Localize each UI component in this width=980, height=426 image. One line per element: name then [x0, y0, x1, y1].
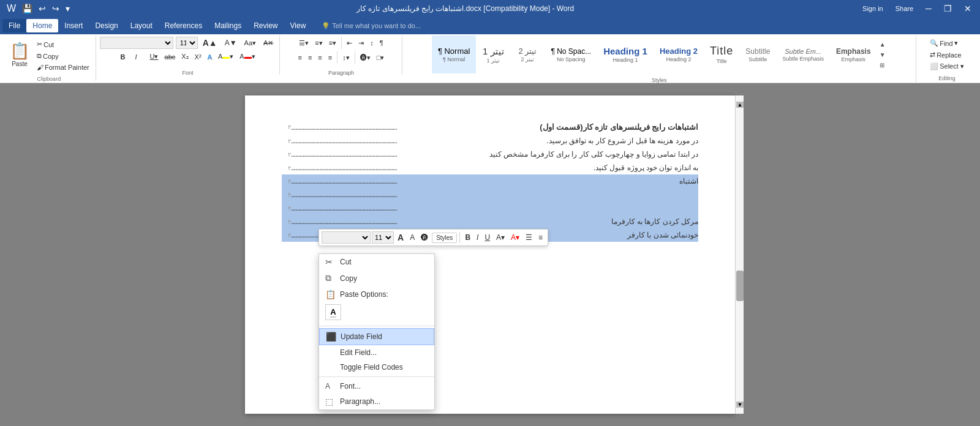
font-size-select[interactable]: 11 — [176, 37, 198, 49]
align-left-button[interactable]: ≡ — [296, 53, 304, 62]
increase-indent-button[interactable]: ⇥ — [356, 38, 366, 48]
cut-button[interactable]: ✂ Cut — [34, 39, 92, 50]
mini-shrink-font[interactable]: A — [407, 232, 417, 243]
paste-ctx-icon: 📋 — [325, 290, 335, 299]
redo-btn[interactable]: ↪ — [50, 2, 61, 15]
text-effects-button[interactable]: A — [205, 52, 214, 62]
style-tit1[interactable]: تیتر 1 تیتر 1 — [476, 36, 510, 73]
scroll-thumb[interactable] — [736, 271, 744, 301]
mini-bullets[interactable]: ☰ — [523, 232, 535, 243]
menu-design[interactable]: Design — [89, 19, 124, 32]
mini-italic[interactable]: I — [474, 232, 481, 243]
menu-review[interactable]: Review — [247, 19, 284, 32]
style-normal[interactable]: ¶ Normal ¶ Normal — [432, 36, 477, 73]
style-tit1-label: تیتر 1 — [487, 58, 500, 64]
ctx-cut[interactable]: ✂ Cut — [319, 254, 434, 270]
ctx-toggle-codes[interactable]: Toggle Field Codes — [319, 360, 434, 375]
superscript-button[interactable]: X² — [192, 52, 204, 62]
select-icon: ⬜ — [930, 62, 938, 70]
find-button[interactable]: 🔍 Find ▾ — [927, 38, 967, 48]
mini-grow-font[interactable]: A — [395, 231, 406, 244]
center-button[interactable]: ≡ — [306, 53, 314, 62]
mini-styles[interactable]: Styles — [432, 233, 457, 243]
mini-clear-format[interactable]: 🅐 — [418, 232, 431, 243]
style-subtitle[interactable]: Subtitle Subtitle — [739, 36, 776, 73]
clipboard-label: Clipboard — [2, 76, 96, 82]
style-nospace[interactable]: ¶ No Spac... No Spacing — [545, 36, 597, 73]
scroll-down-arrow[interactable]: ▼ — [736, 402, 744, 408]
gallery-scroll-down[interactable]: ▼ — [878, 50, 887, 59]
style-emphasis[interactable]: Emphasis Emphasis — [830, 36, 877, 73]
style-title[interactable]: Title Title — [704, 36, 739, 73]
clear-format-button[interactable]: A✕ — [261, 38, 276, 48]
grow-font-button[interactable]: A▲ — [200, 37, 220, 49]
style-subtle-em[interactable]: Subtle Em... Subtle Emphasis — [776, 36, 830, 73]
mini-size-select[interactable]: 11 — [372, 231, 394, 244]
strikethrough-button[interactable]: abc — [162, 52, 178, 62]
style-heading1[interactable]: Heading 1 Heading 1 — [597, 36, 654, 73]
mini-bold[interactable]: B — [462, 232, 473, 243]
ctx-font[interactable]: A Font... — [319, 379, 434, 394]
menu-home[interactable]: Home — [26, 19, 58, 32]
style-tit2[interactable]: تیتر 2 تیتر 2 — [510, 36, 545, 73]
signin-btn[interactable]: Sign in — [859, 4, 887, 13]
mini-font-color[interactable]: A▾ — [508, 232, 522, 243]
menu-layout[interactable]: Layout — [124, 19, 159, 32]
style-heading1-preview: Heading 1 — [603, 46, 647, 56]
justify-button[interactable]: ≡ — [326, 53, 334, 62]
font-color-button[interactable]: A▾ — [237, 51, 257, 62]
minimize-btn[interactable]: ─ — [922, 2, 935, 15]
undo-btn[interactable]: ↩ — [37, 2, 48, 15]
tell-me-input[interactable]: 💡 Tell me what you want to do... — [322, 22, 421, 30]
paste-button[interactable]: 📋 Paste — [6, 40, 33, 69]
sort-button[interactable]: ↕ — [368, 38, 376, 48]
format-painter-icon: 🖌 — [37, 64, 43, 71]
gallery-scroll-up[interactable]: ▲ — [878, 40, 887, 49]
highlight-button[interactable]: A▾ — [216, 51, 236, 62]
align-right-button[interactable]: ≡ — [315, 53, 324, 62]
scroll-up-arrow[interactable]: ▲ — [736, 102, 744, 108]
change-case-button[interactable]: Aa▾ — [242, 38, 258, 48]
copy-button[interactable]: ⧉ Copy — [34, 51, 92, 61]
bold-button[interactable]: B — [118, 52, 132, 62]
replace-button[interactable]: ⇄ Replace — [927, 50, 967, 60]
decrease-indent-button[interactable]: ⇤ — [344, 38, 355, 48]
ctx-update-field[interactable]: ⬛ Update Field — [319, 328, 434, 345]
show-hide-button[interactable]: ¶ — [377, 38, 386, 48]
share-btn[interactable]: Share — [892, 4, 917, 13]
shrink-font-button[interactable]: A▼ — [222, 37, 239, 48]
menu-references[interactable]: References — [159, 19, 208, 32]
underline-button[interactable]: U▾ — [148, 51, 161, 62]
mini-font-select[interactable] — [322, 231, 371, 244]
style-heading2[interactable]: Heading 2 Heading 2 — [654, 36, 704, 73]
ctx-paragraph[interactable]: ⬚ Paragraph... — [319, 394, 434, 409]
ctx-edit-field[interactable]: Edit Field... — [319, 345, 434, 360]
bullets-button[interactable]: ☰▾ — [296, 38, 311, 48]
mini-numbering[interactable]: ≡ — [536, 232, 545, 243]
line-spacing-button[interactable]: ↕▾ — [340, 53, 352, 63]
menu-file[interactable]: File — [2, 19, 26, 32]
close-btn[interactable]: ✕ — [960, 2, 975, 15]
gallery-expand[interactable]: ⊞ — [878, 61, 887, 70]
customize-qa-btn[interactable]: ▾ — [64, 2, 72, 15]
shading-button[interactable]: 🅐▾ — [358, 53, 373, 63]
mini-underline[interactable]: U — [482, 232, 492, 243]
paste-keep-source[interactable]: A — [325, 304, 341, 320]
subscript-button[interactable]: X₂ — [179, 51, 190, 62]
borders-button[interactable]: □▾ — [374, 53, 387, 63]
save-btn[interactable]: 💾 — [20, 2, 34, 15]
mini-highlight[interactable]: A▾ — [494, 232, 507, 243]
multilevel-button[interactable]: ≡▾ — [326, 38, 339, 48]
select-button[interactable]: ⬜ Select ▾ — [927, 61, 967, 72]
italic-button[interactable]: I — [133, 52, 146, 62]
clipboard-group: 📋 Paste ✂ Cut ⧉ Copy 🖌 Format Painter Cl… — [2, 36, 96, 81]
menu-view[interactable]: View — [284, 19, 312, 32]
ctx-copy[interactable]: ⧉ Copy — [319, 270, 434, 286]
numbering-button[interactable]: ≡▾ — [312, 38, 325, 48]
menu-insert[interactable]: Insert — [58, 19, 89, 32]
format-painter-button[interactable]: 🖌 Format Painter — [34, 62, 92, 72]
menu-mailings[interactable]: Mailings — [208, 19, 247, 32]
vertical-scrollbar[interactable]: ▲ ▼ — [735, 95, 744, 414]
restore-btn[interactable]: ❐ — [940, 2, 956, 15]
font-name-select[interactable] — [100, 37, 173, 49]
